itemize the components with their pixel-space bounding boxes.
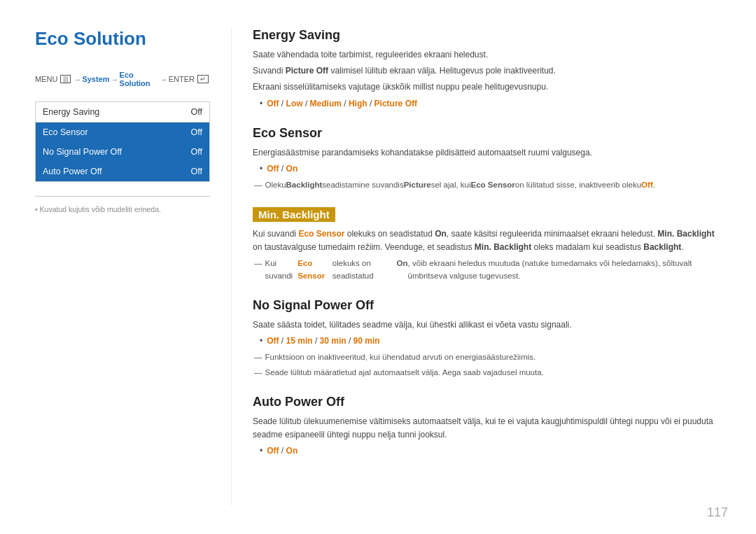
- menu-item-label: No Signal Power Off: [43, 147, 122, 157]
- left-panel: Eco Solution MENU ||| → System → Eco Sol…: [35, 28, 231, 506]
- para: Ekraani sisselülitamiseks vajutage ükskõ…: [253, 80, 721, 94]
- bullet-options: Off / 15 min / 30 min / 90 min: [260, 335, 721, 348]
- section-energy-saving: Energy Saving Saate vähendada toite tarb…: [253, 28, 721, 111]
- note2: Seade lülitub määratletud ajal automaats…: [253, 366, 721, 379]
- menu-item-value: Off: [191, 127, 202, 137]
- section-min-backlight: Min. Backlight Kui suvandi Eco Sensor ol…: [253, 207, 721, 283]
- para: Saate vähendada toite tarbimist, regulee…: [253, 48, 721, 62]
- system-label: System: [82, 75, 109, 83]
- arrow1: →: [74, 76, 80, 83]
- para: Energiasäästmise parandamiseks kohandata…: [253, 146, 721, 160]
- bullet-options: Off / On: [260, 444, 721, 458]
- option-text: Off / On: [267, 162, 298, 176]
- para: Suvandi Picture Off valimisel lülitub ek…: [253, 64, 721, 78]
- menu-item-value: Off: [191, 107, 202, 117]
- section-no-signal-power-off: No Signal Power Off Saate säästa toidet,…: [253, 298, 721, 379]
- section-eco-sensor: Eco Sensor Energiasäästmise parandamisek…: [253, 126, 721, 192]
- section-title-energy-saving: Energy Saving: [253, 28, 721, 43]
- menu-item-label: Eco Sensor: [43, 127, 88, 137]
- option-text: Off / On: [267, 444, 298, 458]
- menu-item-energy-saving[interactable]: Energy Saving Off: [36, 102, 209, 122]
- menu-list: Energy Saving Off Eco Sensor Off No Sign…: [35, 101, 210, 182]
- menu-item-label: Energy Saving: [43, 107, 99, 117]
- section-body-auto-power-off: Seade lülitub ülekuumenemise vältimiseks…: [253, 415, 721, 458]
- page-number: 117: [707, 505, 728, 520]
- note: Oleku Backlight seadistamine suvandis Pi…: [253, 178, 721, 191]
- menu-item-auto-power-off[interactable]: Auto Power Off Off: [36, 162, 209, 181]
- section-body-energy-saving: Saate vähendada toite tarbimist, regulee…: [253, 48, 721, 111]
- section-body-eco-sensor: Energiasäästmise parandamiseks kohandata…: [253, 146, 721, 192]
- section-title-min-backlight: Min. Backlight: [253, 207, 721, 222]
- note: Kui suvandi Eco Sensor olekuks on seadis…: [253, 257, 721, 283]
- enter-icon: ↵: [197, 75, 209, 83]
- menu-label: MENU: [35, 75, 57, 83]
- section-title-no-signal: No Signal Power Off: [253, 298, 721, 313]
- option-text: Off / 15 min / 30 min / 90 min: [267, 335, 379, 348]
- bullet-options: Off / Low / Medium / High / Picture Off: [260, 97, 721, 111]
- option-text: Off / Low / Medium / High / Picture Off: [267, 97, 417, 111]
- menu-item-value: Off: [191, 167, 202, 176]
- menu-path: MENU ||| → System → Eco Solution → ENTER…: [35, 71, 210, 87]
- bullet-options: Off / On: [260, 162, 721, 176]
- page-title: Eco Solution: [35, 28, 210, 50]
- section-title-auto-power-off: Auto Power Off: [253, 395, 721, 409]
- section-auto-power-off: Auto Power Off Seade lülitub ülekuumenem…: [253, 395, 721, 458]
- para: Saate säästa toidet, lülitades seadme vä…: [253, 318, 721, 332]
- right-panel: Energy Saving Saate vähendada toite tarb…: [231, 28, 721, 506]
- menu-item-eco-sensor[interactable]: Eco Sensor Off: [36, 122, 209, 142]
- section-body-min-backlight: Kui suvandi Eco Sensor olekuks on seadis…: [253, 227, 721, 283]
- arrow2: →: [111, 76, 118, 83]
- menu-item-label: Auto Power Off: [43, 167, 102, 176]
- para: Kui suvandi Eco Sensor olekuks on seadis…: [253, 227, 721, 254]
- menu-icon: |||: [60, 75, 71, 83]
- footnote-section: Kuvatud kujutis võib mudeliti erineda.: [35, 196, 210, 214]
- menu-item-no-signal[interactable]: No Signal Power Off Off: [36, 142, 209, 162]
- note1: Funktsioon on inaktiveeritud, kui ühenda…: [253, 351, 721, 363]
- menu-item-value: Off: [191, 147, 202, 157]
- eco-solution-label: Eco Solution: [120, 71, 159, 87]
- section-body-no-signal: Saate säästa toidet, lülitades seadme vä…: [253, 318, 721, 379]
- section-title-eco-sensor: Eco Sensor: [253, 126, 721, 141]
- para: Seade lülitub ülekuumenemise vältimiseks…: [253, 415, 721, 442]
- enter-label: ENTER: [169, 75, 195, 83]
- footnote-text: Kuvatud kujutis võib mudeliti erineda.: [35, 205, 161, 213]
- arrow3: →: [160, 76, 167, 83]
